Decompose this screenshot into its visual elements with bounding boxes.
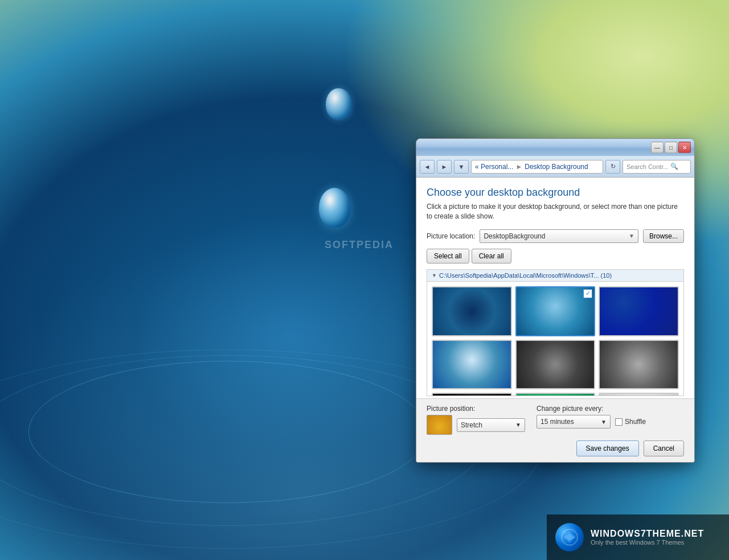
softpedia-watermark: SOFTPEDIA bbox=[325, 239, 394, 251]
address-bar: ◄ ► ▼ « Personal... ► Desktop Background… bbox=[416, 156, 694, 178]
thumbnail-3[interactable] bbox=[599, 286, 679, 336]
window-controls: — □ ✕ bbox=[651, 142, 691, 153]
picture-position-control-row: Stretch ▼ bbox=[427, 415, 525, 435]
path-separator-icon: ► bbox=[515, 163, 522, 171]
page-title: Choose your desktop background bbox=[427, 187, 684, 199]
bottom-controls: Picture position: Stretch ▼ Change pictu… bbox=[416, 398, 694, 462]
search-icon: 🔍 bbox=[670, 163, 678, 170]
cancel-button[interactable]: Cancel bbox=[644, 440, 684, 456]
folder-header: ▼ C:\Users\Softpedia\AppData\Local\Micro… bbox=[427, 270, 683, 282]
change-picture-group: Change picture every: 15 minutes ▼ Shuff… bbox=[536, 405, 684, 435]
water-droplet-small bbox=[326, 88, 351, 120]
picture-location-label: Picture location: bbox=[427, 232, 475, 240]
thumbnail-container: ▼ C:\Users\Softpedia\AppData\Local\Micro… bbox=[427, 269, 684, 396]
theme-badge-text: WINDOWS7THEME.NET Only the best Windows … bbox=[591, 529, 704, 546]
select-clear-row: Select all Clear all bbox=[427, 249, 684, 263]
browse-button[interactable]: Browse... bbox=[643, 229, 684, 243]
address-path[interactable]: « Personal... ► Desktop Background bbox=[471, 160, 603, 174]
position-value: Stretch bbox=[461, 421, 482, 429]
main-content: Choose your desktop background Click a p… bbox=[416, 178, 694, 398]
picture-position-preview bbox=[427, 415, 452, 435]
page-description: Click a picture to make it your desktop … bbox=[427, 202, 684, 221]
thumbnail-4[interactable] bbox=[432, 340, 512, 390]
folder-path: C:\Users\Softpedia\AppData\Local\Microso… bbox=[439, 272, 612, 279]
folder-collapse-icon[interactable]: ▼ bbox=[432, 273, 437, 278]
theme-badge-logo bbox=[555, 523, 584, 551]
thumbnail-9[interactable] bbox=[599, 393, 679, 395]
change-picture-control-row: 15 minutes ▼ Shuffle bbox=[536, 415, 684, 429]
badge-subtitle: Only the best Windows 7 Themes bbox=[591, 539, 704, 546]
thumbnail-grid: ✓ bbox=[427, 282, 683, 396]
thumbnail-5[interactable] bbox=[515, 340, 596, 390]
minimize-button[interactable]: — bbox=[651, 142, 664, 153]
path-current[interactable]: Desktop Background bbox=[525, 163, 588, 171]
settings-row: Picture position: Stretch ▼ Change pictu… bbox=[427, 405, 684, 435]
thumbnail-8[interactable] bbox=[515, 393, 596, 395]
search-box[interactable]: Search Contr... 🔍 bbox=[622, 160, 691, 174]
forward-button[interactable]: ► bbox=[437, 160, 452, 174]
thumbnail-2[interactable]: ✓ bbox=[515, 286, 596, 336]
water-droplet-large bbox=[319, 188, 350, 228]
badge-title: WINDOWS7THEME.NET bbox=[591, 529, 704, 539]
path-personal[interactable]: « Personal... bbox=[475, 163, 513, 171]
shuffle-checkbox[interactable] bbox=[615, 418, 622, 426]
maximize-button[interactable]: □ bbox=[665, 142, 677, 153]
thumbnail-6[interactable] bbox=[599, 340, 679, 390]
picture-position-label: Picture position: bbox=[427, 405, 525, 413]
search-placeholder: Search Contr... bbox=[626, 163, 668, 170]
refresh-button[interactable]: ↻ bbox=[605, 160, 620, 174]
position-dropdown[interactable]: Stretch ▼ bbox=[457, 418, 525, 432]
interval-dropdown-arrow: ▼ bbox=[601, 419, 607, 425]
interval-value: 15 minutes bbox=[540, 418, 574, 426]
thumbnail-7[interactable] bbox=[432, 393, 512, 395]
thumbnail-1[interactable] bbox=[432, 286, 512, 336]
clear-all-button[interactable]: Clear all bbox=[472, 249, 511, 263]
change-interval-dropdown[interactable]: 15 minutes ▼ bbox=[536, 415, 611, 429]
picture-location-row: Picture location: DesktopBackground ▼ Br… bbox=[427, 229, 684, 243]
picture-location-dropdown[interactable]: DesktopBackground ▼ bbox=[480, 229, 638, 243]
position-dropdown-arrow: ▼ bbox=[515, 422, 521, 428]
dropdown-arrow-icon: ▼ bbox=[629, 233, 634, 239]
desktop-background-dialog: — □ ✕ ◄ ► ▼ « Personal... ► Desktop Back… bbox=[416, 138, 695, 463]
save-changes-button[interactable]: Save changes bbox=[576, 440, 639, 456]
close-button[interactable]: ✕ bbox=[678, 142, 691, 153]
picture-location-value: DesktopBackground bbox=[484, 232, 545, 240]
action-buttons-row: Save changes Cancel bbox=[427, 440, 684, 456]
shuffle-row: Shuffle bbox=[615, 418, 646, 426]
picture-position-group: Picture position: Stretch ▼ bbox=[427, 405, 525, 435]
select-all-button[interactable]: Select all bbox=[427, 249, 469, 263]
thumbnail-2-check: ✓ bbox=[583, 289, 592, 298]
change-picture-label: Change picture every: bbox=[536, 405, 684, 413]
content-area: Choose your desktop background Click a p… bbox=[416, 178, 694, 398]
dropdown-button[interactable]: ▼ bbox=[454, 160, 469, 174]
shuffle-label: Shuffle bbox=[625, 418, 646, 426]
back-button[interactable]: ◄ bbox=[420, 160, 435, 174]
theme-badge: WINDOWS7THEME.NET Only the best Windows … bbox=[547, 514, 729, 560]
title-bar: — □ ✕ bbox=[416, 139, 694, 156]
